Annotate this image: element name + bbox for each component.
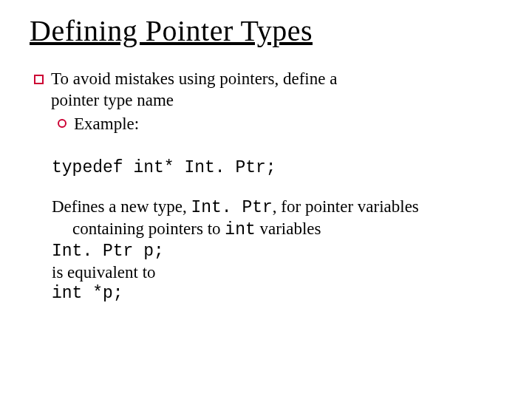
slide-title: Defining Pointer Types: [30, 13, 502, 48]
sub-bullet-1: Example:: [58, 113, 502, 135]
bullet-line-2: pointer type name: [51, 91, 174, 109]
para-line-1: Defines a new type, Int. Ptr, for pointe…: [52, 197, 502, 219]
square-bullet-icon: [34, 75, 44, 84]
text-fragment: , for pointer variables: [273, 197, 419, 216]
slide: Defining Pointer Types To avoid mistakes…: [0, 0, 532, 399]
code-typedef: typedef int* Int. Ptr;: [52, 158, 502, 177]
text-fragment: Defines a new type,: [52, 197, 191, 216]
bullet-text: To avoid mistakes using pointers, define…: [51, 69, 502, 112]
code-inline-int: int: [225, 220, 255, 239]
code-line-decl2: int *p;: [52, 283, 502, 304]
para-line-equiv: is equivalent to: [52, 262, 502, 284]
circle-bullet-icon: [58, 119, 66, 128]
text-fragment: variables: [256, 219, 321, 238]
para-line-2: containing pointers to int variables: [72, 219, 502, 241]
code-inline-intptr: Int. Ptr: [191, 198, 272, 217]
text-fragment: containing pointers to: [72, 219, 225, 238]
bullet-item-1: To avoid mistakes using pointers, define…: [34, 69, 502, 112]
bullet-line-1: To avoid mistakes using pointers, define…: [51, 69, 337, 88]
explanation-paragraph: Defines a new type, Int. Ptr, for pointe…: [52, 197, 502, 304]
code-line-decl1: Int. Ptr p;: [52, 241, 502, 262]
sub-bullet-text: Example:: [74, 113, 139, 135]
